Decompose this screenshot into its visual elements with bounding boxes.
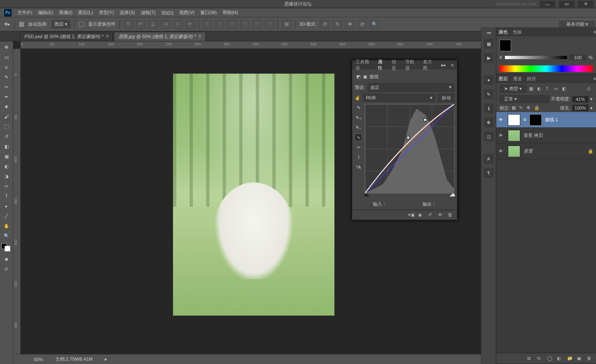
- menu-layer[interactable]: 图层(L): [78, 10, 93, 16]
- tab-channels[interactable]: 通道: [513, 76, 522, 82]
- eyedropper-tool[interactable]: ✒: [2, 92, 12, 101]
- dodge-tool[interactable]: ◑: [2, 172, 12, 181]
- curve-pencil-icon[interactable]: ✏: [355, 144, 362, 151]
- menu-select[interactable]: 选择(S): [120, 10, 135, 16]
- tab-navigator[interactable]: 导航器: [405, 59, 418, 71]
- lock-all-icon[interactable]: 🔒: [534, 105, 540, 111]
- stamp-tool[interactable]: ⛶: [2, 122, 12, 131]
- blend-mode[interactable]: 正常 ▾: [500, 95, 549, 103]
- layer-mask-thumb[interactable]: [529, 114, 542, 126]
- layer-name[interactable]: 曲线 1: [545, 117, 558, 123]
- menu-type[interactable]: 类型(Y): [99, 10, 114, 16]
- panel-menu-icon[interactable]: ≡: [594, 76, 596, 81]
- dock-info-icon[interactable]: ℹ: [484, 103, 494, 113]
- tab-info[interactable]: 信息: [392, 59, 400, 71]
- layer-row[interactable]: 背景 拷贝: [496, 128, 596, 144]
- filter-shape-icon[interactable]: ▭: [554, 86, 560, 92]
- auto-button[interactable]: 自动: [438, 93, 454, 102]
- distribute-icon[interactable]: ⋯: [240, 20, 249, 29]
- dock-play-icon[interactable]: ▶: [484, 53, 494, 63]
- smooth-icon[interactable]: ⌇: [355, 153, 362, 161]
- reset-icon[interactable]: ↺: [428, 212, 434, 218]
- black-slider[interactable]: [364, 193, 455, 197]
- 3d-roll-icon[interactable]: ↻: [333, 20, 341, 29]
- tab-properties[interactable]: 属性: [378, 59, 387, 71]
- 3d-zoom-icon[interactable]: 🔍: [370, 20, 379, 29]
- path-select-tool[interactable]: ▸: [2, 201, 12, 211]
- document-canvas[interactable]: [173, 74, 334, 316]
- document-tab[interactable]: PSD.psd @ 50% (曲线 1, 图层蒙版/8) * ×: [20, 32, 113, 41]
- fill-value[interactable]: 100%: [572, 105, 589, 111]
- layer-name[interactable]: 背景 拷贝: [524, 132, 543, 139]
- filter-type-icon[interactable]: T: [546, 86, 551, 92]
- color-spectrum[interactable]: [500, 65, 593, 72]
- align-right-icon[interactable]: ⊢: [186, 20, 195, 29]
- show-transform-checkbox[interactable]: [79, 22, 84, 27]
- layer-row[interactable]: ◩ ⧉ 曲线 1: [496, 112, 596, 128]
- menu-window[interactable]: 窗口(W): [200, 10, 217, 16]
- tab-tool-presets[interactable]: 工具预设: [356, 59, 373, 71]
- background-swatch[interactable]: [5, 246, 10, 251]
- menu-filter[interactable]: 滤镜(T): [141, 10, 156, 16]
- distribute-icon[interactable]: ⋯: [228, 20, 236, 29]
- sampler-minus-icon[interactable]: ✎₋: [355, 124, 362, 131]
- screenmode-tool[interactable]: ⎚: [2, 264, 12, 273]
- color-swatches[interactable]: [1, 243, 12, 254]
- dock-char-icon[interactable]: A: [484, 154, 494, 164]
- target-adjust-icon[interactable]: ☝: [355, 95, 360, 101]
- distribute-icon[interactable]: ⋮: [216, 20, 224, 29]
- dock-nav-icon[interactable]: ✥: [484, 117, 494, 127]
- filter-kind[interactable]: ➤ 类型 ▾: [500, 85, 526, 93]
- tab-layers[interactable]: 图层: [499, 76, 508, 82]
- clip-icon[interactable]: ᴬA: [355, 163, 362, 171]
- lasso-tool[interactable]: ʋ: [2, 62, 12, 72]
- lock-pos-icon[interactable]: ✥: [526, 105, 532, 111]
- layer-name[interactable]: 背景: [524, 148, 533, 154]
- close-button[interactable]: ✕: [578, 1, 594, 7]
- zoom-level[interactable]: 50%: [34, 357, 43, 362]
- dock-brush-icon[interactable]: ✎: [484, 89, 494, 99]
- close-icon[interactable]: ×: [199, 34, 201, 40]
- link-icon[interactable]: ⧉: [524, 117, 526, 122]
- adjustment-icon[interactable]: ◐: [557, 356, 563, 362]
- layer-thumb[interactable]: ◩: [508, 114, 520, 126]
- curves-graph[interactable]: [365, 104, 454, 194]
- channel-select[interactable]: RGB▾: [363, 94, 435, 102]
- dock-para-icon[interactable]: ¶: [484, 168, 494, 178]
- group-icon[interactable]: 📁: [567, 356, 573, 362]
- menu-3d[interactable]: 3D(D): [161, 10, 173, 15]
- filter-pixel-icon[interactable]: ▦: [529, 86, 535, 92]
- k-track[interactable]: [505, 56, 567, 59]
- mask-icon[interactable]: ▣: [363, 74, 367, 79]
- blur-tool[interactable]: ◐: [2, 162, 12, 171]
- eraser-tool[interactable]: ◧: [2, 142, 12, 151]
- menu-help[interactable]: 帮助(H): [223, 10, 238, 16]
- crop-tool[interactable]: ✂: [2, 82, 12, 91]
- lock-pixel-icon[interactable]: ✎: [519, 105, 525, 111]
- distribute-icon[interactable]: ⋮: [203, 20, 211, 29]
- filter-adjust-icon[interactable]: ◐: [537, 86, 543, 92]
- sampler-plus-icon[interactable]: ✎₊: [355, 114, 362, 121]
- align-top-icon[interactable]: ⊤: [124, 20, 132, 29]
- healing-tool[interactable]: ✚: [2, 102, 12, 111]
- dock-histo-icon[interactable]: ◫: [484, 132, 494, 141]
- curve-point-icon[interactable]: ∿: [355, 134, 362, 141]
- minimize-button[interactable]: —: [540, 1, 555, 7]
- hand-tool[interactable]: ✋: [2, 221, 12, 230]
- menu-file[interactable]: 文件(F): [17, 10, 32, 16]
- type-tool[interactable]: T: [2, 192, 12, 201]
- auto-align-icon[interactable]: ⊞: [282, 20, 291, 29]
- distribute-icon[interactable]: ⋯: [253, 20, 261, 29]
- 3d-pan-icon[interactable]: ✥: [346, 20, 354, 29]
- status-arrow-icon[interactable]: ▸: [105, 357, 107, 362]
- mask-icon[interactable]: ◯: [547, 356, 553, 362]
- k-value[interactable]: 100: [570, 55, 586, 60]
- menu-view[interactable]: 视图(V): [179, 10, 195, 16]
- color-swatch[interactable]: [500, 40, 511, 51]
- panel-menu-icon[interactable]: ≡: [451, 62, 454, 67]
- clip-to-layer-icon[interactable]: ▾▣: [408, 212, 414, 218]
- align-bottom-icon[interactable]: ⊥: [149, 20, 157, 29]
- lock-trans-icon[interactable]: ▦: [512, 105, 517, 111]
- trash-icon[interactable]: 🗑: [448, 212, 454, 218]
- preset-select[interactable]: 自定▾: [368, 83, 454, 92]
